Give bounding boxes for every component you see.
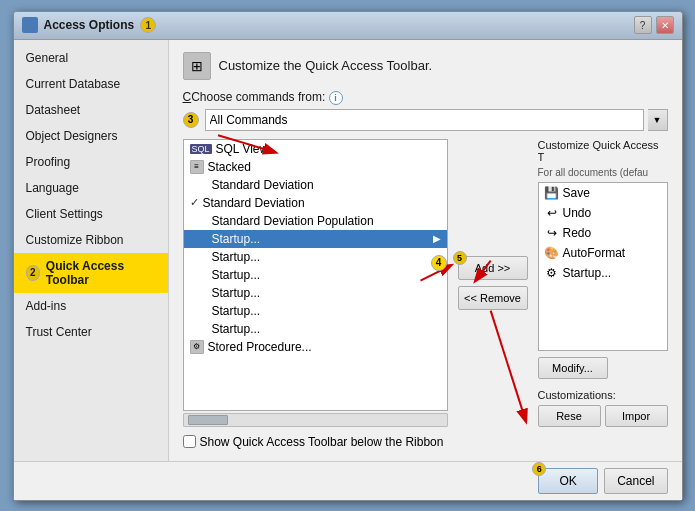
mid-col: 5 Add >> << Remove — [458, 139, 528, 427]
help-button[interactable]: ? — [634, 16, 652, 34]
two-col: SQL SQL View ≡ Stacked Standard Deviatio… — [183, 139, 668, 427]
commands-list[interactable]: SQL SQL View ≡ Stacked Standard Deviatio… — [183, 139, 448, 411]
sidebar-item-current-database[interactable]: Current Database — [14, 71, 168, 97]
right-item-undo[interactable]: ↩ Undo — [539, 203, 667, 223]
show-below-ribbon-row[interactable]: Show Quick Access Toolbar below the Ribb… — [183, 435, 444, 449]
startup-icon: ⚙ — [545, 266, 559, 280]
scrollbar-thumb — [188, 415, 228, 425]
undo-icon: ↩ — [545, 206, 559, 220]
list-item[interactable]: Startup... — [184, 302, 447, 320]
show-below-ribbon-checkbox[interactable] — [183, 435, 196, 448]
right-col: Customize Quick Access T For all documen… — [538, 139, 668, 427]
show-below-ribbon-label: Show Quick Access Toolbar below the Ribb… — [200, 435, 444, 449]
right-bottom-buttons: Rese Impor — [538, 405, 668, 427]
main-header: ⊞ Customize the Quick Access Toolbar. — [183, 52, 668, 80]
modify-button[interactable]: Modify... — [538, 357, 608, 379]
list-item[interactable]: Startup... — [184, 248, 447, 266]
right-item-redo[interactable]: ↪ Redo — [539, 223, 667, 243]
cancel-button[interactable]: Cancel — [604, 468, 667, 494]
list-item[interactable]: ✓ Standard Deviation — [184, 194, 447, 212]
sidebar-item-proofing[interactable]: Proofing — [14, 149, 168, 175]
sidebar-item-general[interactable]: General — [14, 45, 168, 71]
info-icon[interactable]: i — [329, 91, 343, 105]
dialog-footer: 6 OK Cancel — [14, 461, 682, 500]
redo-icon: ↪ — [545, 226, 559, 240]
right-item-save[interactable]: 💾 Save — [539, 183, 667, 203]
list-item[interactable]: ≡ Stacked — [184, 158, 447, 176]
sidebar-item-trust-center[interactable]: Trust Center — [14, 319, 168, 345]
title-badge-1: 1 — [140, 17, 156, 33]
sidebar: General Current Database Datasheet Objec… — [14, 40, 169, 461]
title-buttons: ? ✕ — [634, 16, 674, 34]
toolbar-icon: ⊞ — [183, 52, 211, 80]
dialog-title: Access Options — [44, 18, 135, 32]
badge-5: 5 — [453, 251, 467, 265]
sidebar-item-client-settings[interactable]: Client Settings — [14, 201, 168, 227]
right-bottom: Modify... Customizations: Rese Impor — [538, 357, 668, 427]
list-item[interactable]: Startup... — [184, 266, 447, 284]
title-bar-left: Access Options 1 — [22, 17, 157, 33]
list-item[interactable]: Startup... — [184, 284, 447, 302]
sidebar-badge-2: 2 — [26, 265, 40, 281]
choose-commands-label: CChoose commands from: i — [183, 90, 668, 105]
reset-button[interactable]: Rese — [538, 405, 601, 427]
header-title: Customize the Quick Access Toolbar. — [219, 58, 433, 73]
sidebar-item-add-ins[interactable]: Add-ins — [14, 293, 168, 319]
close-button[interactable]: ✕ — [656, 16, 674, 34]
commands-scrollbar-h[interactable] — [183, 413, 448, 427]
right-item-startup[interactable]: ⚙ Startup... — [539, 263, 667, 283]
right-header: Customize Quick Access T — [538, 139, 668, 163]
list-item[interactable]: ⚙ Stored Procedure... — [184, 338, 447, 356]
choose-commands-row: 3 All Commands ▼ — [183, 109, 668, 131]
bottom-row: Show Quick Access Toolbar below the Ribb… — [183, 435, 668, 449]
right-subheader: For all documents (defau — [538, 167, 668, 178]
autoformat-icon: 🎨 — [545, 246, 559, 260]
app-icon — [22, 17, 38, 33]
main-content: ⊞ Customize the Quick Access Toolbar. CC… — [169, 40, 682, 461]
save-icon: 💾 — [545, 186, 559, 200]
ok-button[interactable]: 6 OK — [538, 468, 598, 494]
commands-dropdown[interactable]: All Commands — [205, 109, 644, 131]
dropdown-arrow[interactable]: ▼ — [648, 109, 668, 131]
sidebar-item-language[interactable]: Language — [14, 175, 168, 201]
list-item[interactable]: Startup... — [184, 320, 447, 338]
list-item[interactable]: SQL SQL View — [184, 140, 447, 158]
badge-3: 3 — [183, 112, 199, 128]
sidebar-item-datasheet[interactable]: Datasheet — [14, 97, 168, 123]
right-list[interactable]: 💾 Save ↩ Undo ↪ Redo 🎨 — [538, 182, 668, 351]
access-options-dialog: Access Options 1 ? ✕ General Current Dat… — [13, 11, 683, 501]
list-item[interactable]: Standard Deviation — [184, 176, 447, 194]
import-button[interactable]: Impor — [605, 405, 668, 427]
remove-button[interactable]: << Remove — [458, 286, 528, 310]
right-item-autoformat[interactable]: 🎨 AutoFormat — [539, 243, 667, 263]
dialog-body: General Current Database Datasheet Objec… — [14, 40, 682, 461]
sidebar-item-customize-ribbon[interactable]: Customize Ribbon — [14, 227, 168, 253]
badge-6: 6 — [532, 462, 546, 476]
list-item[interactable]: Standard Deviation Population — [184, 212, 447, 230]
add-button[interactable]: 5 Add >> — [458, 256, 528, 280]
commands-col: SQL SQL View ≡ Stacked Standard Deviatio… — [183, 139, 448, 427]
customizations-label: Customizations: — [538, 389, 616, 401]
sidebar-item-object-designers[interactable]: Object Designers — [14, 123, 168, 149]
list-item-startup-selected[interactable]: Startup... ▶ — [184, 230, 447, 248]
sidebar-item-quick-access-toolbar[interactable]: 2 Quick Access Toolbar — [14, 253, 168, 293]
title-bar: Access Options 1 ? ✕ — [14, 12, 682, 40]
